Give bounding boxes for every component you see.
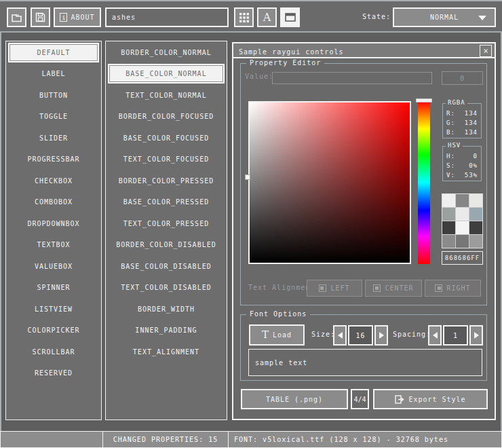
rgba-row-r: R:134 [446, 109, 478, 118]
color-picker-marker[interactable] [245, 174, 250, 180]
rgba-group: RGBA R:134 G:134 B:134 [442, 103, 482, 138]
align-center-button[interactable]: CENTER [365, 280, 422, 297]
list-item-colorpicker[interactable]: COLORPICKER [8, 320, 99, 340]
list-item-dropdownbox[interactable]: DROPDOWNBOX [8, 214, 99, 234]
list-item-listview[interactable]: LISTVIEW [8, 299, 99, 319]
prop-border-color-disabled[interactable]: BORDER_COLOR_DISABLED [108, 235, 225, 255]
list-item-combobox[interactable]: COMBOBOX [8, 192, 99, 212]
sample-controls-window: Sample raygui controls × Property Editor… [232, 42, 496, 420]
sample-text-box[interactable]: sample text [248, 349, 482, 376]
export-style-button[interactable]: Export Style [373, 389, 488, 409]
show-controls-window-button[interactable] [280, 7, 300, 27]
floppy-icon [35, 12, 45, 22]
size-increase-button[interactable] [374, 325, 388, 346]
list-item-valuebox[interactable]: VALUEBOX [8, 257, 99, 276]
prop-text-color-focused[interactable]: TEXT_COLOR_FOCUSED [108, 149, 225, 169]
palette-swatch[interactable] [442, 208, 455, 221]
list-item-progressbar[interactable]: PROGRESSBAR [8, 149, 99, 169]
spacing-label: Spacing: [393, 331, 431, 338]
list-item-label[interactable]: LABEL [8, 64, 99, 83]
palette-swatch[interactable] [469, 235, 482, 248]
palette-swatch[interactable] [469, 208, 482, 221]
prop-base-color-disabled[interactable]: BASE_COLOR_DISABLED [108, 257, 225, 276]
align-left-button[interactable]: LEFT [307, 280, 362, 297]
prop-border-color-normal[interactable]: BORDER_COLOR_NORMAL [108, 43, 225, 62]
style-name-input[interactable] [105, 7, 229, 27]
statusbar-changed-properties: CHANGED PROPERTIES: 15 [102, 431, 229, 448]
about-button-label: ABOUT [71, 14, 94, 21]
prop-text-color-normal[interactable]: TEXT_COLOR_NORMAL [108, 86, 225, 105]
align-right-icon [435, 284, 442, 292]
window-icon [285, 13, 296, 22]
properties-listview: BORDER_COLOR_NORMAL BASE_COLOR_NORMAL TE… [105, 41, 227, 420]
export-format-pager[interactable]: 4/4 [351, 389, 369, 409]
spacing-decrease-button[interactable] [428, 325, 442, 346]
palette-swatch[interactable] [442, 221, 455, 234]
statusbar-left-section [0, 431, 103, 448]
size-value: 16 [355, 332, 365, 339]
window-body: Property Editor Value: 0 RGBA R:134 [233, 58, 495, 417]
save-style-button[interactable] [31, 7, 50, 27]
prop-base-color-focused[interactable]: BASE_COLOR_FOCUSED [108, 128, 225, 148]
palette-swatch[interactable] [442, 194, 455, 207]
state-dropdown[interactable]: NORMAL [393, 7, 496, 27]
open-style-button[interactable] [7, 7, 26, 27]
list-item-toggle[interactable]: TOGGLE [8, 107, 99, 126]
prop-border-color-pressed[interactable]: BORDER_COLOR_PRESSED [108, 171, 225, 191]
align-left-icon [319, 284, 326, 292]
close-button[interactable]: × [480, 45, 492, 57]
list-item-spinner[interactable]: SPINNER [8, 278, 99, 297]
prop-base-color-pressed[interactable]: BASE_COLOR_PRESSED [108, 192, 225, 212]
list-item-reserved[interactable]: RESERVED [8, 363, 99, 383]
prop-base-color-normal[interactable]: BASE_COLOR_NORMAL [108, 64, 225, 83]
prop-border-width[interactable]: BORDER_WIDTH [108, 299, 225, 319]
size-decrease-button[interactable] [333, 325, 347, 346]
about-button[interactable]: i ABOUT [54, 7, 101, 27]
hue-slider[interactable] [418, 101, 430, 264]
statusbar: CHANGED PROPERTIES: 15 FONT: v5loxical.t… [0, 431, 502, 448]
export-format-pages: 4/4 [353, 396, 366, 403]
prop-inner-padding[interactable]: INNER_PADDING [108, 320, 225, 340]
palette-swatch[interactable] [456, 235, 469, 248]
palette-swatch[interactable] [469, 194, 482, 207]
toolbar: i ABOUT A State: NORMAL [0, 0, 502, 33]
list-item-default[interactable]: DEFAULT [8, 43, 99, 62]
palette-swatch[interactable] [442, 235, 455, 248]
export-format-label: TABLE (.png) [266, 396, 323, 403]
hex-color-input[interactable]: 868686FF [442, 251, 483, 265]
prop-text-color-pressed[interactable]: TEXT_COLOR_PRESSED [108, 214, 225, 234]
list-item-textbox[interactable]: TEXTBOX [8, 235, 99, 255]
controls-listview: DEFAULT LABEL BUTTON TOGGLE SLIDER PROGR… [5, 41, 102, 420]
value-slider[interactable] [272, 72, 432, 84]
load-font-button[interactable]: T Load [249, 324, 305, 346]
prop-text-alignment[interactable]: TEXT_ALIGNMENT [108, 342, 225, 362]
palette-swatch[interactable] [469, 221, 482, 234]
prop-text-color-disabled[interactable]: TEXT_COLOR_DISABLED [108, 278, 225, 297]
align-right-button[interactable]: RIGHT [425, 280, 481, 297]
list-item-checkbox[interactable]: CHECKBOX [8, 171, 99, 191]
spacing-value-box[interactable]: 1 [443, 325, 468, 346]
list-item-button[interactable]: BUTTON [8, 86, 99, 105]
edit-font-button[interactable]: A [257, 7, 277, 27]
color-picker-gradient[interactable] [248, 101, 411, 264]
palette-swatch[interactable] [456, 221, 469, 234]
rguistyler-app: i ABOUT A State: NORMAL [0, 0, 502, 448]
list-item-slider[interactable]: SLIDER [8, 128, 99, 148]
palette-swatch[interactable] [456, 208, 469, 221]
hue-slider-handle[interactable] [416, 98, 432, 102]
edit-palette-button[interactable] [234, 7, 254, 27]
export-format-button[interactable]: TABLE (.png) [241, 389, 348, 409]
spacing-increase-button[interactable] [469, 325, 483, 346]
window-titlebar[interactable]: Sample raygui controls × [233, 43, 495, 58]
value-box[interactable]: 0 [442, 71, 483, 85]
rgba-title: RGBA [446, 99, 467, 106]
prop-border-color-focused[interactable]: BORDER_COLOR_FOCUSED [108, 107, 225, 126]
palette-swatch[interactable] [456, 194, 469, 207]
list-item-scrollbar[interactable]: SCROLLBAR [8, 342, 99, 362]
close-icon: × [483, 46, 488, 56]
state-label: State: [362, 13, 391, 20]
size-value-box[interactable]: 16 [348, 325, 373, 346]
font-options-group: Font Options T Load Size: 16 Spacing: [240, 314, 487, 381]
hsv-group: HSV H:0 S:0% V:53% [442, 146, 482, 181]
window-title: Sample raygui controls [239, 48, 343, 56]
